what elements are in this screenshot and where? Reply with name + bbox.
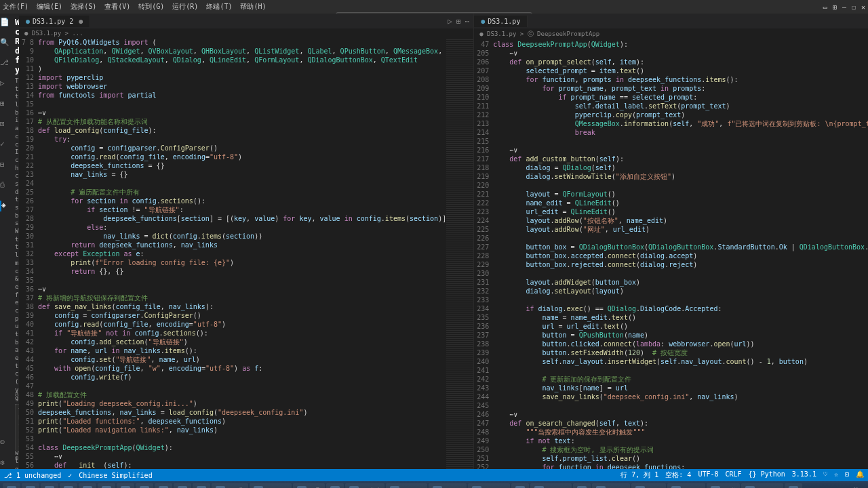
menubar: 文件(F)编辑(E)选择(S)查看(V)转到(G)运行(R)终端(T)帮助(H) (3, 2, 267, 12)
menu-item[interactable]: 选择(S) (71, 2, 96, 12)
taskbar-item[interactable] (326, 483, 344, 488)
taskbar-item[interactable] (41, 483, 58, 488)
status-item[interactable]: {} Python (749, 470, 785, 480)
window-controls: ▭ ⊞ — ☐ ✕ (823, 3, 865, 11)
breadcrumb-right[interactable]: ● DS3.1.py > ⓒ DeepseekPromptApp (474, 28, 868, 40)
roo-icon[interactable]: ◈ (0, 201, 11, 211)
breadcrumb-left[interactable]: ● DS3.1.py > ... (19, 28, 473, 38)
status-item[interactable]: ☆ (834, 470, 838, 480)
menu-item[interactable]: 编辑(E) (37, 2, 62, 12)
tab-bar-right: ●DS3.1.py ▷ ⊞ ⋯ (474, 14, 868, 28)
activity-bar: 📄 🔍 ⎇ ▷ ⊞ ⊡ ✓ ⊟ ⎙ ◈ ☺ ⚙ (0, 14, 11, 469)
menu-item[interactable]: 查看(V) (104, 2, 130, 12)
database-icon[interactable]: ⊟ (0, 160, 11, 171)
status-item[interactable]: Chinese Simplified (79, 472, 152, 479)
taskbar-item[interactable] (79, 483, 96, 488)
extensions-icon[interactable]: ⊞ (0, 99, 11, 110)
status-item[interactable]: CRLF (726, 470, 742, 480)
taskbar-item[interactable] (573, 483, 591, 488)
status-item[interactable]: 🔔 (856, 470, 864, 480)
menu-item[interactable]: 帮助(H) (240, 2, 266, 12)
taskbar-item[interactable] (136, 483, 153, 488)
taskbar-item[interactable]: Ai联 (707, 483, 740, 488)
taskbar-item[interactable] (60, 483, 77, 488)
more-icon[interactable]: ⋯ (465, 17, 470, 26)
run-icon[interactable]: ▷ (448, 17, 452, 26)
settings-icon[interactable]: ⚙ (0, 458, 11, 469)
tab-left[interactable]: ●DS3.1.py 2● (19, 16, 90, 27)
taskbar-item[interactable]: tech (631, 483, 666, 488)
status-item[interactable]: ⊡ (845, 470, 849, 480)
status-item[interactable]: 3.13.1 (792, 470, 816, 480)
menu-item[interactable]: 运行(R) (172, 2, 198, 12)
minimap-left[interactable] (446, 38, 473, 469)
tab-right[interactable]: ●DS3.1.py (474, 16, 528, 27)
titlebar: 文件(F)编辑(E)选择(S)查看(V)转到(G)运行(R)终端(T)帮助(H)… (0, 0, 868, 14)
taskbar-item[interactable] (22, 483, 39, 488)
status-item[interactable]: UTF-8 (698, 470, 718, 480)
taskbar-item[interactable] (511, 483, 529, 488)
statusbar: ⎇ 1 unchanged✓Chinese Simplified 行 7, 列 … (0, 469, 868, 481)
status-item[interactable]: 空格: 4 (665, 470, 691, 480)
code-left[interactable]: 7 8 9 10 11 12 13 14 15 16 17 18 19 20 2… (19, 38, 473, 469)
taskbar-item[interactable] (193, 483, 210, 488)
print-icon[interactable]: ⎙ (0, 180, 11, 191)
taskbar: cmd共Progra工具AI联动outputFonepFonepaCast-MF… (0, 481, 868, 488)
menu-item[interactable]: 终端(T) (206, 2, 232, 12)
taskbar-item[interactable]: 工具 (293, 483, 325, 488)
remote-icon[interactable]: ⊡ (0, 119, 11, 130)
taskbar-item[interactable] (155, 483, 172, 488)
taskbar-item[interactable]: Fonepa (741, 483, 783, 488)
taskbar-item[interactable]: Fonep (429, 483, 467, 488)
status-item[interactable]: 行 7, 列 1 (620, 470, 658, 480)
menu-item[interactable]: 转到(G) (138, 2, 164, 12)
scm-icon[interactable]: ⎇ (0, 58, 11, 69)
taskbar-item[interactable]: Progra (250, 483, 292, 488)
status-item[interactable]: ✓ (68, 472, 72, 479)
split-editor-icon[interactable]: ⊞ (456, 17, 461, 26)
status-item[interactable]: ♡ (823, 470, 827, 480)
account-icon[interactable]: ☺ (0, 438, 11, 449)
maximize-icon[interactable]: ☐ (852, 3, 856, 11)
taskbar-item[interactable]: output (386, 483, 428, 488)
debug-icon[interactable]: ▷ (0, 79, 11, 89)
search-icon[interactable]: 🔍 (0, 38, 11, 49)
minimize-icon[interactable]: — (842, 3, 846, 11)
taskbar-item[interactable] (98, 483, 115, 488)
layout-icon[interactable]: ▭ (823, 3, 827, 11)
split-icon[interactable]: ⊞ (833, 3, 837, 11)
taskbar-item[interactable] (117, 483, 134, 488)
taskbar-item[interactable]: Fonep (592, 483, 630, 488)
tab-close-icon[interactable]: ● (79, 18, 83, 25)
tab-bar-left: ●DS3.1.py 2● ▷ ⊞ ⋯ (19, 14, 473, 28)
taskbar-item[interactable]: Cast-M (530, 483, 572, 488)
taskbar-item[interactable]: Fonep (667, 483, 705, 488)
taskbar-item[interactable] (3, 483, 20, 488)
taskbar-item[interactable]: Fonepa (468, 483, 510, 488)
editor-right: ●DS3.1.py ▷ ⊞ ⋯ ● DS3.1.py > ⓒ DeepseekP… (474, 14, 868, 469)
taskbar-item[interactable] (785, 483, 802, 488)
menu-item[interactable]: 文件(F) (3, 2, 28, 12)
explorer-icon[interactable]: 📄 (0, 18, 11, 28)
close-icon[interactable]: ✕ (861, 3, 865, 11)
code-right[interactable]: 47 205 206 207 208 209 210 211 212 213 2… (474, 40, 868, 469)
taskbar-item[interactable]: AI联动 (345, 483, 384, 488)
testing-icon[interactable]: ✓ (0, 140, 11, 150)
taskbar-item[interactable]: cmd共 (212, 483, 248, 488)
sidebar: What can Roo do for you? Thanks to the l… (11, 14, 19, 469)
status-item[interactable]: ⎇ 1 unchanged (4, 472, 61, 479)
taskbar-item[interactable] (174, 483, 191, 488)
editor-left: ●DS3.1.py 2● ▷ ⊞ ⋯ ● DS3.1.py > ... 7 8 … (19, 14, 474, 469)
